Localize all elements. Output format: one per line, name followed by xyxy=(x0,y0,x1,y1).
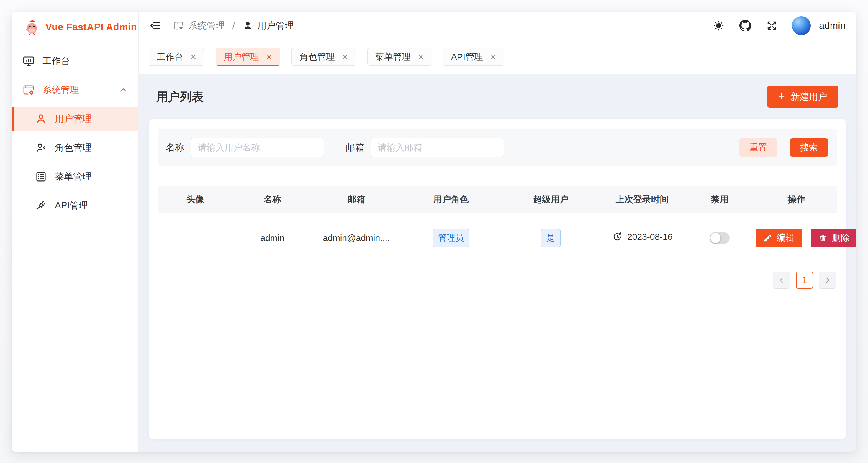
table-row: admin admin@admin.... 管理员 是 xyxy=(158,213,837,263)
sidebar-item-label: 用户管理 xyxy=(55,113,91,125)
username-label[interactable]: admin xyxy=(819,20,845,31)
sidebar-menu: 工作台 系统管理 用户管理 xyxy=(12,42,138,222)
close-icon[interactable]: ✕ xyxy=(342,54,348,61)
content-area: 用户列表 + 新建用户 名称 邮箱 重置 搜索 xyxy=(139,74,856,452)
github-icon xyxy=(739,20,751,32)
pencil-icon xyxy=(763,234,772,242)
column-name: 名称 xyxy=(233,186,312,213)
chevron-up-icon xyxy=(118,85,128,95)
app-window: Vue FastAPI Admin 工作台 系统管理 xyxy=(12,12,856,452)
role-icon xyxy=(35,141,47,154)
edit-button-label: 编辑 xyxy=(777,232,795,244)
close-icon[interactable]: ✕ xyxy=(266,54,272,61)
sidebar-item-label: 角色管理 xyxy=(55,141,91,154)
cell-disabled xyxy=(684,213,755,263)
cell-email: admin@admin.... xyxy=(312,213,401,263)
cell-superuser: 是 xyxy=(501,213,601,263)
reset-button[interactable]: 重置 xyxy=(739,138,777,157)
plus-icon: + xyxy=(778,90,785,103)
breadcrumb: 系统管理 / 用户管理 xyxy=(174,20,294,32)
email-input[interactable] xyxy=(371,138,504,157)
user-icon xyxy=(35,113,47,125)
tab-workbench[interactable]: 工作台 ✕ xyxy=(149,48,205,66)
chevron-right-icon xyxy=(823,276,832,285)
sidebar-item-label: 工作台 xyxy=(42,55,70,67)
cell-avatar xyxy=(158,213,233,263)
github-link[interactable] xyxy=(739,19,752,32)
monitor-icon xyxy=(23,55,35,67)
tab-label: 菜单管理 xyxy=(375,51,411,63)
page-title: 用户列表 xyxy=(156,89,204,105)
pagination-prev-button[interactable] xyxy=(773,272,790,289)
sidebar-collapse-button[interactable] xyxy=(149,19,162,32)
sidebar-item-label: API管理 xyxy=(55,199,88,212)
last-login-value: 2023-08-16 xyxy=(627,232,672,242)
theme-toggle-button[interactable] xyxy=(712,19,725,32)
close-icon[interactable]: ✕ xyxy=(190,54,196,61)
sidebar-item-roles[interactable]: 角色管理 xyxy=(12,136,138,160)
tab-users[interactable]: 用户管理 ✕ xyxy=(216,48,280,66)
user-avatar[interactable] xyxy=(792,16,811,35)
column-superuser: 超级用户 xyxy=(501,186,601,213)
trash-icon xyxy=(818,234,827,242)
search-button[interactable]: 搜索 xyxy=(790,138,828,157)
user-icon xyxy=(243,20,253,31)
table-header-row: 头像 名称 邮箱 用户角色 超级用户 上次登录时间 禁用 操作 xyxy=(158,186,837,213)
cell-last-login: 2023-08-16 xyxy=(601,213,684,263)
clock-history-icon xyxy=(612,232,623,242)
new-user-button[interactable]: + 新建用户 xyxy=(767,86,838,108)
column-role: 用户角色 xyxy=(401,186,501,213)
new-user-button-label: 新建用户 xyxy=(791,91,827,103)
sidebar-item-menus[interactable]: 菜单管理 xyxy=(12,165,138,189)
cell-role: 管理员 xyxy=(401,213,501,263)
name-input[interactable] xyxy=(191,138,324,157)
fullscreen-button[interactable] xyxy=(765,19,778,32)
tab-label: API管理 xyxy=(451,51,483,63)
tab-menus[interactable]: 菜单管理 ✕ xyxy=(367,48,432,66)
breadcrumb-separator: / xyxy=(232,21,235,31)
pagination-page-1[interactable]: 1 xyxy=(796,272,813,289)
column-last-login: 上次登录时间 xyxy=(601,186,684,213)
close-icon[interactable]: ✕ xyxy=(418,54,424,61)
menu-list-icon xyxy=(35,170,47,183)
column-email: 邮箱 xyxy=(312,186,401,213)
column-disabled: 禁用 xyxy=(684,186,755,213)
sidebar: Vue FastAPI Admin 工作台 系统管理 xyxy=(12,12,139,452)
email-field-label: 邮箱 xyxy=(346,141,364,154)
tabbar: 工作台 ✕ 用户管理 ✕ 角色管理 ✕ 菜单管理 ✕ API管理 ✕ xyxy=(139,39,856,74)
main-area: 系统管理 / 用户管理 xyxy=(139,12,856,452)
superuser-badge: 是 xyxy=(541,229,561,247)
chevron-left-icon xyxy=(777,276,786,285)
user-list-card: 名称 邮箱 重置 搜索 头像 名称 xyxy=(149,119,846,439)
sidebar-item-workbench[interactable]: 工作台 xyxy=(12,49,138,73)
breadcrumb-users[interactable]: 用户管理 xyxy=(243,20,294,32)
pagination-next-button[interactable] xyxy=(819,272,836,289)
pagination: 1 xyxy=(158,272,837,289)
breadcrumb-system[interactable]: 系统管理 xyxy=(174,20,225,32)
column-actions: 操作 xyxy=(755,186,837,213)
app-title: Vue FastAPI Admin xyxy=(45,22,137,33)
close-icon[interactable]: ✕ xyxy=(490,54,496,61)
breadcrumb-label: 系统管理 xyxy=(188,20,225,32)
disabled-toggle[interactable] xyxy=(710,232,730,244)
tab-roles[interactable]: 角色管理 ✕ xyxy=(291,48,356,66)
delete-button[interactable]: 删除 xyxy=(811,229,856,247)
sidebar-item-api[interactable]: API管理 xyxy=(12,194,138,218)
sidebar-item-users[interactable]: 用户管理 xyxy=(12,107,138,131)
sidebar-item-label: 菜单管理 xyxy=(55,170,91,183)
tab-api[interactable]: API管理 ✕ xyxy=(443,48,504,66)
menu-fold-icon xyxy=(149,20,161,32)
column-avatar: 头像 xyxy=(158,186,233,213)
sidebar-item-label: 系统管理 xyxy=(42,84,79,96)
system-settings-icon xyxy=(23,84,35,96)
sun-icon xyxy=(713,20,724,32)
fullscreen-expand-icon xyxy=(766,20,778,32)
breadcrumb-label: 用户管理 xyxy=(257,20,294,32)
edit-button[interactable]: 编辑 xyxy=(755,229,802,247)
plug-icon xyxy=(35,199,47,212)
topbar: 系统管理 / 用户管理 xyxy=(139,12,856,39)
sidebar-item-system[interactable]: 系统管理 xyxy=(12,78,138,102)
role-badge: 管理员 xyxy=(433,229,469,247)
cell-actions: 编辑 删除 xyxy=(755,213,837,263)
page-header: 用户列表 + 新建用户 xyxy=(149,74,846,119)
